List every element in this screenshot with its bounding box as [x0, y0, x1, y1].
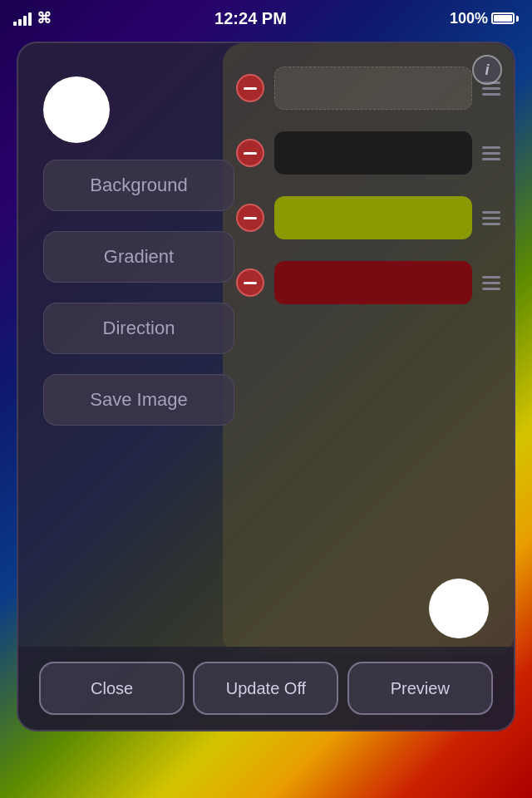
white-circle-topleft — [43, 76, 110, 143]
color-swatch-1[interactable] — [274, 66, 472, 110]
background-button[interactable]: Background — [43, 160, 234, 211]
status-time: 12:24 PM — [214, 9, 287, 28]
signal-icon — [13, 11, 32, 26]
left-panel: Background Gradient Direction Save Image — [18, 43, 259, 730]
color-row-2 — [236, 125, 500, 181]
status-right: 100% — [450, 10, 519, 27]
status-bar: ⌘ 12:24 PM 100% — [0, 0, 532, 37]
color-row-1 — [236, 60, 500, 116]
update-off-button[interactable]: Update Off — [193, 662, 338, 715]
battery-percentage: 100% — [450, 10, 488, 27]
drag-handle-3[interactable] — [482, 211, 500, 225]
main-card: i Background Gradient Direction Save Ima… — [17, 42, 515, 732]
color-list-panel — [223, 43, 514, 655]
color-swatch-4[interactable] — [274, 261, 472, 304]
direction-button[interactable]: Direction — [43, 303, 234, 354]
color-swatch-2[interactable] — [274, 131, 472, 175]
color-row-4 — [236, 254, 500, 311]
color-swatch-3[interactable] — [274, 196, 472, 239]
gradient-button[interactable]: Gradient — [43, 231, 234, 283]
battery-icon — [491, 12, 519, 24]
drag-handle-2[interactable] — [482, 146, 500, 160]
white-circle-bottomright — [429, 579, 489, 638]
save-image-button[interactable]: Save Image — [43, 374, 234, 426]
preview-button[interactable]: Preview — [347, 662, 493, 715]
drag-handle-4[interactable] — [482, 276, 500, 290]
bottom-action-bar: Close Update Off Preview — [18, 647, 514, 730]
color-row-3 — [236, 190, 500, 246]
close-button[interactable]: Close — [39, 662, 185, 715]
info-button[interactable]: i — [472, 55, 502, 85]
wifi-icon: ⌘ — [37, 9, 52, 27]
status-left: ⌘ — [13, 9, 52, 27]
